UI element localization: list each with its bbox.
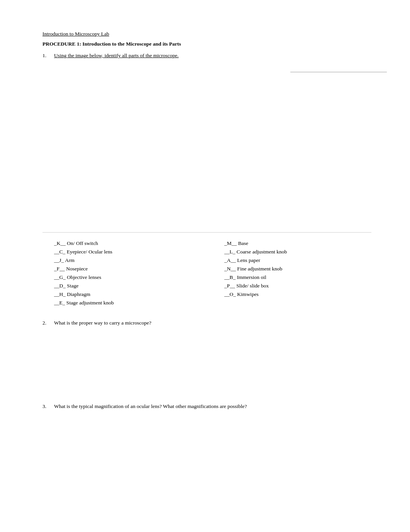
- parts-grid: _K__ On/ Off switch __C_ Eyepiece/ Ocula…: [54, 240, 371, 308]
- question-1-text: Using the image below, identify all part…: [54, 53, 179, 58]
- procedure-title: PROCEDURE 1: Introduction to the Microsc…: [42, 41, 371, 47]
- parts-column-left: _K__ On/ Off switch __C_ Eyepiece/ Ocula…: [54, 240, 201, 308]
- part-item-5: __G_ Objective lenses: [54, 274, 201, 280]
- document-title: Introduction to Microscopy Lab: [42, 31, 371, 37]
- part-item-9: _M__ Base: [224, 240, 371, 246]
- part-item-2: __C_ Eyepiece/ Ocular lens: [54, 249, 201, 255]
- part-item-13: __B_ Immersion oil: [224, 274, 371, 280]
- part-item-14: _P__ Slide/ slide box: [224, 283, 371, 289]
- question-2-item: 2. What is the proper way to carry a mic…: [42, 320, 371, 326]
- question-3-item: 3. What is the typical magnification of …: [42, 403, 371, 410]
- question-2-text: What is the proper way to carry a micros…: [54, 320, 371, 326]
- part-item-10: __L_ Coarse adjustment knob: [224, 249, 371, 255]
- question-1-item: 1. Using the image below, identify all p…: [42, 53, 371, 59]
- part-item-12: _N__ Fine adjustment knob: [224, 266, 371, 272]
- question-2-number: 2.: [42, 320, 54, 326]
- parts-column-right: _M__ Base __L_ Coarse adjustment knob _A…: [224, 240, 371, 308]
- question-3-number: 3.: [42, 403, 54, 410]
- part-item-3: __J_ Arm: [54, 257, 201, 263]
- decorative-line: [290, 72, 387, 72]
- question-1-number: 1.: [42, 53, 54, 59]
- part-item-15: __O_ Kimwipes: [224, 291, 371, 297]
- question-3-text: What is the typical magnification of an …: [54, 403, 371, 410]
- question-2-answer-space: [42, 330, 371, 399]
- microscope-image-area: [42, 63, 371, 233]
- part-item-11: _A__ Lens paper: [224, 257, 371, 263]
- part-item-8: __E_ Stage adjustment knob: [54, 300, 201, 306]
- part-item-7: __H_ Diaphragm: [54, 291, 201, 297]
- part-item-4: _F__ Nosepiece: [54, 266, 201, 272]
- page: Introduction to Microscopy Lab PROCEDURE…: [0, 0, 410, 532]
- part-item-6: __D_ Stage: [54, 283, 201, 289]
- question-1-content: Using the image below, identify all part…: [54, 53, 371, 59]
- part-item-1: _K__ On/ Off switch: [54, 240, 201, 246]
